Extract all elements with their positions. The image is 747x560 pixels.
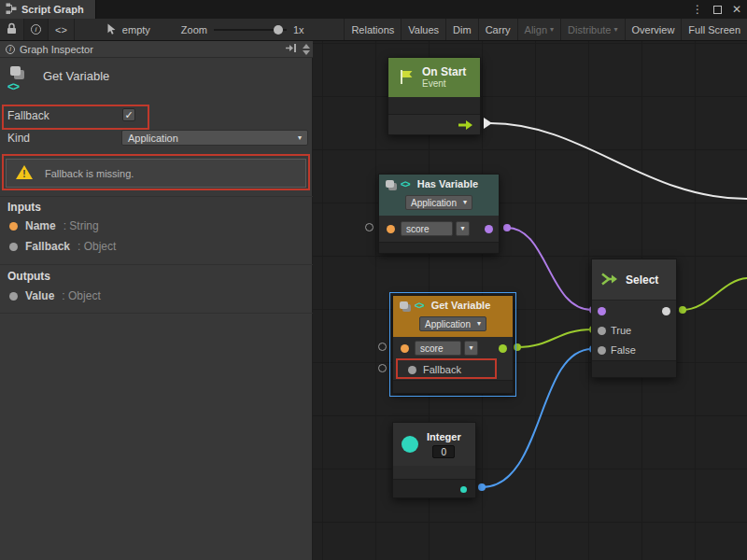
button-label: Full Screen (688, 24, 740, 35)
name-value: score (406, 224, 429, 234)
true-port-dot[interactable] (598, 327, 606, 335)
node-title: Has Variable (417, 178, 478, 189)
code-view-button[interactable]: <> (49, 19, 75, 40)
caret-down-icon: ▾ (463, 199, 467, 206)
flow-arrow-icon[interactable] (458, 119, 473, 133)
false-port-label: False (611, 344, 636, 356)
node-integer[interactable]: Integer 0 (392, 422, 476, 498)
fallback-label: Fallback (7, 109, 49, 122)
toolbar-button-distribute[interactable]: Distribute▾ (561, 19, 625, 40)
toolbar-button-fullscreen[interactable]: Full Screen (682, 19, 747, 40)
zoom-slider[interactable] (214, 25, 287, 35)
menu-icon[interactable]: ⋮ (692, 3, 703, 16)
wire-condition (507, 228, 592, 310)
node-get-variable[interactable]: <> Get Variable Application ▾ score ▾ Fa… (392, 295, 514, 394)
fallback-port-label: Fallback (423, 364, 461, 375)
node-subtitle: Event (422, 78, 446, 90)
name-port-dot[interactable] (401, 344, 409, 353)
warning-icon: ! (15, 164, 34, 182)
warning-text: Fallback is missing. (45, 168, 134, 179)
pin-type: : Object (78, 240, 116, 253)
lock-button[interactable] (0, 19, 24, 40)
tab-script-graph[interactable]: Script Graph (0, 0, 96, 19)
fallback-port-dot[interactable] (408, 366, 416, 374)
inspector-toggle-button[interactable]: i (24, 19, 49, 40)
scope-value: Application (425, 319, 471, 329)
kind-dropdown[interactable]: Application ▾ (121, 130, 308, 146)
input-port-ring[interactable] (365, 223, 374, 231)
pin-row-fallback: Fallback : Object (9, 240, 116, 253)
fallback-checkbox[interactable]: ✓ (122, 108, 135, 121)
node-subheader: Application ▾ (393, 315, 513, 337)
name-dropdown[interactable]: score (401, 221, 453, 236)
condition-port-dot[interactable] (598, 307, 606, 315)
warning-box: ! Fallback is missing. (6, 159, 306, 188)
input-port-ring[interactable] (378, 343, 387, 351)
name-dropdown-caret[interactable]: ▾ (456, 221, 470, 236)
code-icon: <> (415, 301, 424, 311)
scope-dropdown[interactable]: Application ▾ (405, 195, 472, 210)
kind-label: Kind (7, 132, 30, 145)
toolbar-button-relations[interactable]: Relations (344, 19, 402, 40)
button-label: Dim (453, 24, 472, 35)
pin-name: Value (25, 289, 54, 302)
svg-text:!: ! (22, 169, 25, 179)
result-port-dot[interactable] (485, 225, 493, 233)
name-dropdown-caret[interactable]: ▾ (464, 341, 478, 356)
kind-value: Application (128, 133, 178, 144)
zoom-slider-handle[interactable] (274, 25, 283, 35)
toolbar-button-values[interactable]: Values (402, 19, 446, 40)
name-dropdown[interactable]: score (415, 341, 461, 356)
dock-icon[interactable] (285, 43, 297, 55)
code-icon: <> (401, 179, 410, 189)
scope-dropdown[interactable]: Application ▾ (419, 316, 486, 331)
name-port-dot[interactable] (387, 225, 395, 233)
name-value: score (420, 343, 443, 354)
node-title: On Start (422, 65, 466, 78)
button-label: Relations (351, 24, 394, 35)
integer-value-field[interactable]: 0 (432, 445, 455, 458)
inspector-title: Graph Inspector (20, 44, 93, 55)
maximize-icon[interactable] (713, 6, 722, 14)
caret-down-icon: ▾ (614, 26, 618, 34)
button-label: Align (525, 24, 547, 35)
true-port-label: True (611, 325, 631, 336)
toolbar-button-align[interactable]: Align▾ (518, 19, 561, 40)
false-port-dot[interactable] (598, 346, 606, 355)
scroll-arrows-icon[interactable] (303, 44, 310, 55)
value-port-dot[interactable] (499, 344, 507, 353)
connection-wires (313, 41, 747, 560)
node-select[interactable]: Select True False (591, 259, 677, 378)
node-header: On Start Event (388, 58, 480, 97)
selection-port-dot[interactable] (662, 307, 670, 315)
zoom-value: 1x (293, 24, 304, 35)
node-has-variable[interactable]: <> Has Variable Application ▾ score ▾ (378, 174, 500, 254)
cursor-icon (106, 23, 117, 36)
graph-canvas[interactable]: On Start Event <> Has Variable Applica (313, 41, 747, 560)
graph-reference[interactable]: empty (75, 19, 157, 40)
outputs-header: Outputs (7, 270, 50, 283)
node-on-start[interactable]: On Start Event (388, 57, 481, 135)
toolbar-button-overview[interactable]: Overview (626, 19, 683, 40)
object-port-dot (9, 292, 18, 301)
variable-icon (400, 301, 408, 309)
caret-down-icon: ▾ (298, 134, 302, 142)
output-port-dot[interactable] (460, 486, 467, 493)
window-controls: ⋮ ✕ (692, 0, 741, 19)
flow-output-port[interactable] (484, 118, 492, 129)
toolbar-button-dim[interactable]: Dim (446, 19, 479, 40)
window-title: Script Graph (21, 4, 84, 15)
toolbar-button-carry[interactable]: Carry (479, 19, 518, 40)
variable-icon (10, 66, 21, 76)
inputs-header: Inputs (7, 201, 41, 214)
pin-type: : Object (62, 289, 100, 302)
button-label: Overview (632, 24, 675, 35)
graph-icon (6, 3, 17, 16)
input-port-ring[interactable] (378, 364, 387, 372)
code-icon: <> (7, 80, 19, 93)
node-title: Select (626, 273, 658, 287)
integer-icon (402, 436, 418, 453)
button-label: Carry (486, 24, 511, 35)
close-icon[interactable]: ✕ (732, 3, 741, 16)
graph-toolbar: i <> empty Zoom 1x Relations Values Dim … (0, 19, 747, 41)
